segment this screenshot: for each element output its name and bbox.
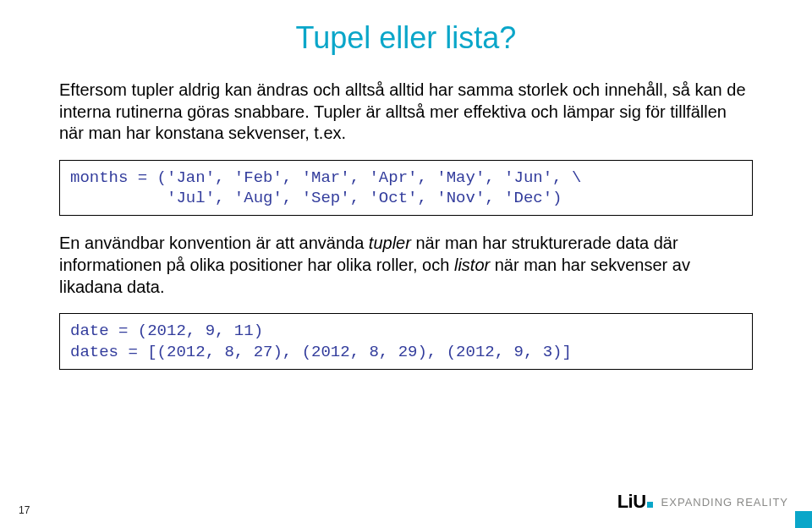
emphasis-tupler: tupler (369, 234, 411, 252)
paragraph-2: En användbar konvention är att använda t… (59, 233, 753, 298)
brand: LiU EXPANDING REALITY (617, 491, 788, 513)
slide: Tupel eller lista? Eftersom tupler aldri… (0, 0, 812, 528)
brand-logo: LiU (617, 491, 653, 513)
brand-tagline: EXPANDING REALITY (661, 496, 788, 509)
text-fragment: En användbar konvention är att använda (59, 234, 369, 252)
paragraph-1: Eftersom tupler aldrig kan ändras och al… (59, 80, 753, 145)
code-block-months: months = ('Jan', 'Feb', 'Mar', 'Apr', 'M… (59, 160, 753, 217)
brand-logo-dot (647, 502, 653, 508)
emphasis-listor: listor (454, 256, 490, 274)
code-block-dates: date = (2012, 9, 11) dates = [(2012, 8, … (59, 313, 753, 370)
slide-body: Eftersom tupler aldrig kan ändras och al… (59, 80, 753, 370)
slide-title: Tupel eller lista? (59, 20, 753, 56)
page-number: 17 (19, 504, 30, 516)
corner-accent (795, 511, 812, 528)
brand-logo-text: LiU (617, 491, 646, 512)
